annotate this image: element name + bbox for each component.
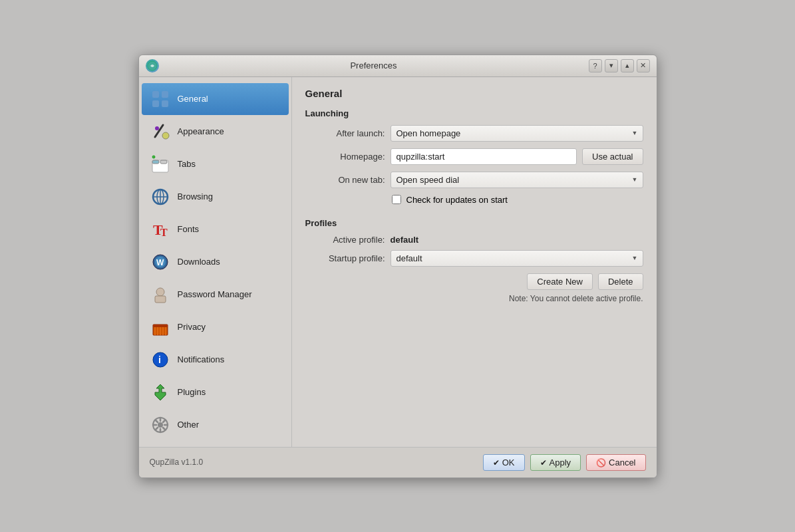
roll-button[interactable]: ▾ — [605, 59, 618, 72]
appearance-icon — [150, 121, 171, 142]
active-profile-row: Active profile: default — [305, 235, 643, 245]
privacy-icon — [150, 317, 171, 338]
startup-profile-label: Startup profile: — [305, 253, 385, 263]
version-label: QupZilla v1.1.0 — [150, 458, 204, 467]
sidebar-item-notifications-label: Notifications — [178, 354, 225, 364]
svg-point-33 — [158, 422, 163, 428]
apply-button[interactable]: ✔Apply — [530, 454, 581, 471]
after-launch-row: After launch: Open homepageOpen blank pa… — [305, 125, 643, 142]
new-tab-row: On new tab: Open speed dialOpen blank pa… — [305, 172, 643, 188]
other-icon — [150, 414, 171, 436]
svg-text:i: i — [158, 354, 161, 365]
sidebar-item-downloads[interactable]: W Downloads — [142, 246, 289, 278]
titlebar: Preferences ? ▾ ▴ ✕ — [139, 55, 657, 77]
ok-button[interactable]: ✔OK — [483, 454, 525, 471]
footer-buttons: ✔OK ✔Apply 🚫Cancel — [483, 454, 646, 471]
password-icon — [150, 284, 171, 305]
homepage-label: Homepage: — [305, 152, 385, 162]
startup-profile-row: Startup profile: default — [305, 250, 643, 267]
plugins-icon — [150, 382, 171, 403]
tabs-icon — [150, 154, 171, 175]
startup-profile-select-wrapper: default — [391, 250, 643, 267]
active-profile-value: default — [391, 235, 419, 245]
downloads-icon: W — [150, 251, 171, 273]
svg-point-7 — [155, 126, 159, 130]
svg-point-21 — [156, 288, 164, 296]
sidebar-item-fonts-label: Fonts — [178, 224, 200, 234]
svg-rect-2 — [162, 91, 168, 98]
svg-text:T: T — [160, 227, 168, 238]
close-button[interactable]: ✕ — [637, 59, 650, 72]
new-tab-select-wrapper: Open speed dialOpen blank pageOpen homep… — [391, 172, 643, 188]
after-launch-label: After launch: — [305, 128, 385, 138]
sidebar-item-appearance[interactable]: Appearance — [142, 116, 289, 148]
sidebar-item-downloads-label: Downloads — [178, 257, 220, 267]
section-title: General — [305, 88, 643, 99]
sidebar-item-tabs[interactable]: Tabs — [142, 148, 289, 180]
sidebar-item-privacy-label: Privacy — [178, 322, 206, 332]
ok-icon: ✔ — [493, 458, 500, 467]
svg-rect-29 — [153, 325, 168, 327]
check-updates-label: Check for updates on start — [406, 195, 508, 205]
main-panel: General Launching After launch: Open hom… — [292, 77, 657, 447]
profiles-section: Profiles Active profile: default Startup… — [305, 218, 643, 303]
sidebar-item-notifications[interactable]: i Notifications — [142, 344, 289, 376]
sidebar-item-browsing[interactable]: Browsing — [142, 181, 289, 213]
sidebar-item-browsing-label: Browsing — [178, 192, 213, 201]
svg-point-6 — [162, 132, 169, 139]
svg-point-11 — [152, 156, 155, 158]
help-button[interactable]: ? — [589, 59, 602, 72]
fonts-icon: T T — [150, 219, 171, 240]
sidebar-item-tabs-label: Tabs — [178, 159, 196, 169]
sidebar: General Appearance — [139, 77, 292, 447]
profile-buttons: Create New Delete — [305, 273, 643, 290]
sidebar-item-other-label: Other — [178, 420, 200, 430]
launching-title: Launching — [305, 108, 643, 118]
svg-rect-3 — [152, 100, 159, 107]
preferences-window: Preferences ? ▾ ▴ ✕ General — [138, 55, 657, 478]
window-body: General Appearance — [139, 77, 657, 447]
svg-rect-9 — [152, 160, 159, 164]
sidebar-item-plugins[interactable]: Plugins — [142, 376, 289, 408]
sidebar-item-general-label: General — [178, 94, 208, 104]
svg-rect-4 — [162, 100, 168, 107]
new-tab-select[interactable]: Open speed dialOpen blank pageOpen homep… — [391, 172, 643, 188]
maximize-button[interactable]: ▴ — [621, 59, 634, 72]
check-updates-checkbox[interactable] — [392, 195, 401, 204]
profile-note: Note: You cannot delete active profile. — [305, 294, 643, 303]
sidebar-item-privacy[interactable]: Privacy — [142, 311, 289, 343]
app-icon — [146, 59, 159, 72]
after-launch-select-wrapper: Open homepageOpen blank pageOpen speed d… — [391, 125, 643, 142]
cancel-button[interactable]: 🚫Cancel — [586, 454, 645, 471]
svg-text:W: W — [156, 258, 164, 267]
sidebar-item-general[interactable]: General — [142, 83, 289, 115]
delete-button[interactable]: Delete — [598, 273, 643, 290]
svg-rect-22 — [155, 296, 166, 303]
sidebar-item-password[interactable]: Password Manager — [142, 279, 289, 311]
new-tab-label: On new tab: — [305, 175, 385, 185]
create-new-button[interactable]: Create New — [527, 273, 593, 290]
footer: QupZilla v1.1.0 ✔OK ✔Apply 🚫Cancel — [139, 447, 657, 477]
window-title: Preferences — [159, 61, 589, 70]
homepage-row: Homepage: Use actual — [305, 148, 643, 165]
cancel-icon: 🚫 — [596, 458, 606, 467]
svg-rect-10 — [160, 160, 167, 164]
notifications-icon: i — [150, 349, 171, 370]
after-launch-select[interactable]: Open homepageOpen blank pageOpen speed d… — [391, 125, 643, 142]
sidebar-item-plugins-label: Plugins — [178, 387, 206, 397]
sidebar-item-fonts[interactable]: T T Fonts — [142, 213, 289, 245]
svg-rect-1 — [152, 91, 159, 98]
browsing-icon — [150, 186, 171, 207]
homepage-input[interactable] — [391, 148, 577, 165]
sidebar-item-appearance-label: Appearance — [178, 126, 224, 136]
check-updates-row: Check for updates on start — [392, 195, 643, 205]
apply-icon: ✔ — [540, 458, 547, 467]
use-actual-button[interactable]: Use actual — [582, 148, 643, 165]
sidebar-item-password-label: Password Manager — [178, 289, 252, 299]
startup-profile-select[interactable]: default — [391, 250, 643, 267]
sidebar-item-other[interactable]: Other — [142, 409, 289, 441]
profiles-title: Profiles — [305, 218, 643, 228]
general-icon — [150, 88, 171, 110]
active-profile-label: Active profile: — [305, 235, 385, 245]
